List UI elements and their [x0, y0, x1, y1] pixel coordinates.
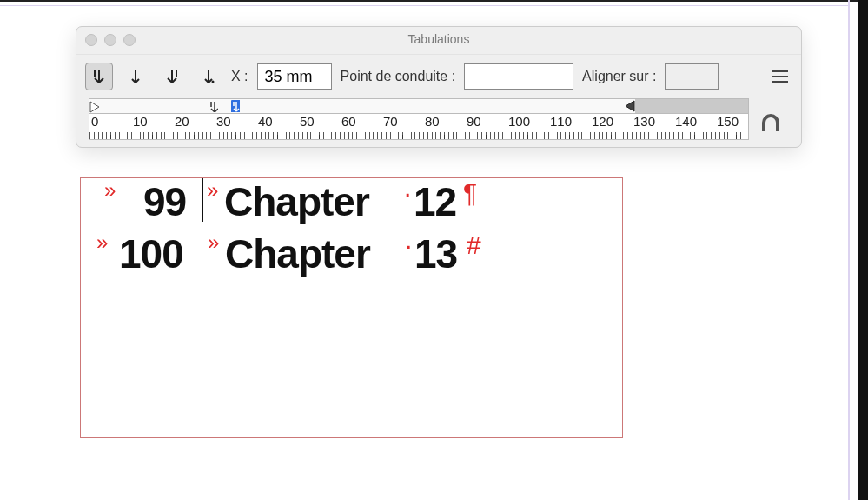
ruler-num: 40 — [258, 114, 300, 133]
tab-stop-marker[interactable] — [209, 100, 218, 112]
ruler-num: 100 — [508, 114, 550, 133]
text-frame[interactable]: » 99 » Chapter · 12 ¶ » 100 » Chapter · … — [80, 177, 623, 438]
ruler-num: 50 — [300, 114, 341, 133]
ruler-track[interactable] — [89, 98, 749, 114]
panel-menu-button[interactable] — [768, 64, 792, 89]
ruler-num: 140 — [675, 114, 717, 133]
x-label: X : — [231, 69, 248, 84]
ruler-num: 120 — [592, 114, 633, 133]
menu-icon — [772, 70, 788, 72]
ruler-num: 150 — [717, 114, 749, 133]
ruler-num: 10 — [133, 114, 175, 133]
ruler-num: 60 — [341, 114, 383, 133]
text-cursor — [202, 178, 203, 222]
magnet-icon — [760, 114, 781, 133]
ruler-num: 70 — [383, 114, 425, 133]
align-on-label: Aligner sur : — [582, 69, 656, 84]
ruler-numbers: 0 10 20 30 40 50 60 70 80 90 100 110 120… — [91, 114, 748, 133]
tab-align-decimal-button[interactable] — [195, 63, 222, 90]
ruler-num: 30 — [216, 114, 258, 133]
tab-stop-marker-selected[interactable] — [231, 100, 240, 112]
panel-title: Tabulations — [76, 32, 801, 46]
ruler-ticks-major — [89, 135, 748, 139]
ruler-scale[interactable]: 0 10 20 30 40 50 60 70 80 90 100 110 120… — [89, 114, 749, 140]
page-number: 100 — [119, 230, 183, 277]
page-number: 99 — [143, 178, 186, 225]
page-guide — [848, 0, 849, 500]
right-indent-icon[interactable] — [623, 100, 635, 112]
tab-left-icon — [93, 69, 105, 84]
hidden-endstory-glyph: # — [467, 230, 480, 260]
tab-align-center-button[interactable] — [122, 63, 149, 90]
hidden-space-glyph: · — [404, 178, 410, 208]
align-on-input[interactable] — [665, 63, 719, 90]
first-line-indent-icon[interactable] — [89, 101, 100, 113]
ruler-num: 110 — [550, 114, 592, 133]
tab-center-icon — [129, 69, 142, 84]
x-position-input[interactable]: 35 mm — [257, 63, 332, 90]
hidden-pilcrow-glyph: ¶ — [463, 178, 476, 208]
ruler-num: 130 — [633, 114, 675, 133]
text-line-2[interactable]: » 100 » Chapter · 13 # — [81, 230, 624, 283]
tabs-toolbar: X : 35 mm Point de conduite : Aligner su… — [76, 55, 801, 98]
chapter-number: 12 — [414, 178, 456, 225]
panel-titlebar[interactable]: Tabulations — [76, 27, 801, 55]
snap-to-frame-button[interactable] — [756, 110, 785, 137]
text-line-1[interactable]: » 99 » Chapter · 12 ¶ — [81, 178, 624, 230]
tab-right-icon — [166, 69, 178, 84]
leader-input[interactable] — [464, 63, 573, 90]
ruler-num: 80 — [425, 114, 467, 133]
svg-point-0 — [212, 81, 215, 83]
page-guide — [0, 5, 849, 6]
ruler[interactable]: 0 10 20 30 40 50 60 70 80 90 100 110 120… — [89, 98, 789, 140]
hidden-space-glyph: · — [405, 230, 411, 260]
x-position-value: 35 mm — [265, 68, 313, 86]
chapter-number: 13 — [414, 230, 457, 277]
ruler-num: 0 — [91, 114, 133, 133]
chapter-title: Chapter — [224, 178, 369, 225]
ruler-num: 90 — [467, 114, 508, 133]
tabulations-panel[interactable]: Tabulations X : 35 — [76, 26, 802, 148]
tab-align-left-button[interactable] — [85, 63, 113, 90]
hidden-tab-glyph: » — [104, 178, 115, 203]
hidden-tab-glyph: » — [208, 230, 218, 255]
page-border-right — [849, 0, 868, 500]
ruler-num: 20 — [175, 114, 216, 133]
hidden-tab-glyph: » — [207, 178, 217, 203]
leader-label: Point de conduite : — [341, 69, 456, 84]
page-border-top — [0, 0, 868, 2]
hidden-tab-glyph: » — [96, 230, 107, 255]
chapter-title: Chapter — [225, 230, 370, 277]
tab-decimal-icon — [202, 69, 215, 84]
ruler-overflow — [635, 99, 748, 113]
tab-align-right-button[interactable] — [158, 63, 186, 90]
